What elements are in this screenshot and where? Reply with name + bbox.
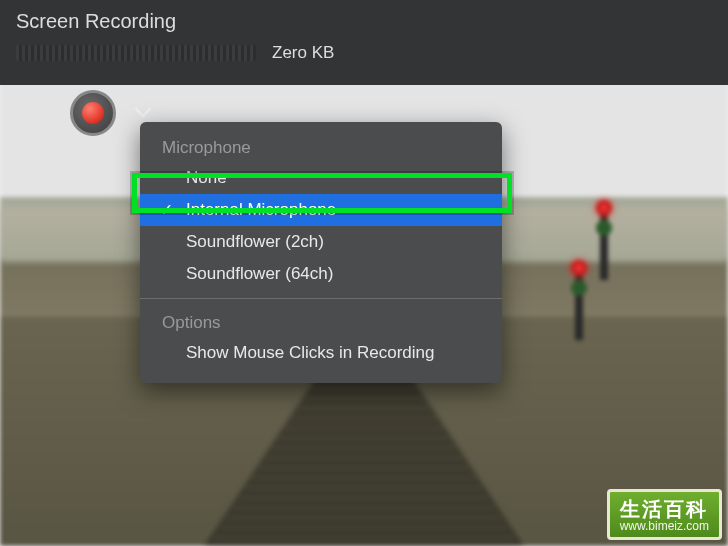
menu-divider [140, 298, 502, 299]
menu-item-none[interactable]: None [140, 162, 502, 194]
recording-options-menu: Microphone None ✓ Internal Microphone So… [140, 122, 502, 383]
menu-item-soundflower-2ch[interactable]: Soundflower (2ch) [140, 226, 502, 258]
menu-item-internal-microphone[interactable]: ✓ Internal Microphone [140, 194, 502, 226]
window-title: Screen Recording [16, 10, 712, 33]
watermark-url: www.bimeiz.com [620, 520, 709, 533]
file-size-label: Zero KB [272, 43, 334, 63]
section-label-microphone: Microphone [140, 132, 502, 162]
checkmark-icon: ✓ [160, 200, 173, 219]
menu-item-soundflower-64ch[interactable]: Soundflower (64ch) [140, 258, 502, 290]
menu-item-label: Soundflower (2ch) [186, 232, 324, 251]
menu-item-label: Soundflower (64ch) [186, 264, 333, 283]
menu-item-label: None [186, 168, 227, 187]
watermark: 生活百科 www.bimeiz.com [607, 489, 722, 540]
watermark-text-cn: 生活百科 [620, 498, 709, 520]
record-button[interactable] [70, 90, 116, 136]
menu-item-label: Show Mouse Clicks in Recording [186, 343, 435, 362]
menu-item-show-mouse-clicks[interactable]: Show Mouse Clicks in Recording [140, 337, 502, 369]
options-chevron-icon[interactable] [134, 103, 152, 124]
section-label-options: Options [140, 307, 502, 337]
recording-toolbar: Screen Recording Zero KB [0, 0, 728, 85]
record-dot-icon [82, 102, 104, 124]
audio-level-meter [16, 45, 256, 61]
menu-item-label: Internal Microphone [186, 200, 336, 219]
